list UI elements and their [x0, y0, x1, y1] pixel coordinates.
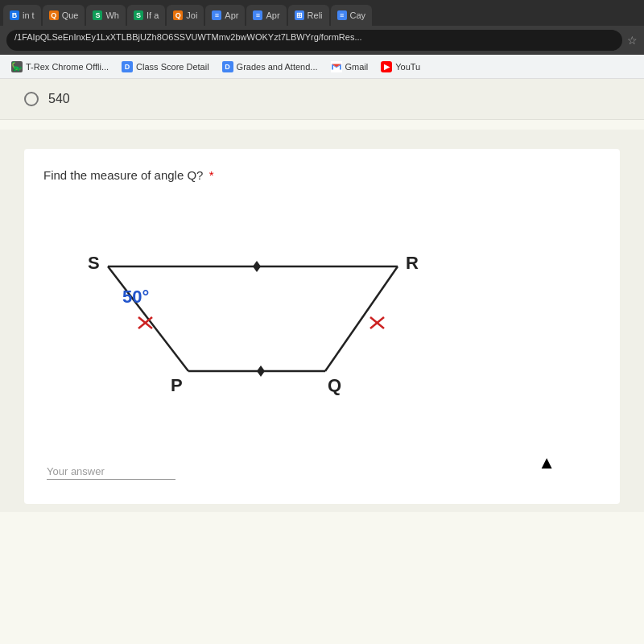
page-content: 540 Find the measure of angle Q? * — [0, 79, 644, 644]
tab-6[interactable]: ≡ Apr — [205, 5, 245, 26]
label-angle: 50° — [122, 287, 149, 307]
tab-icon-2: Q — [49, 10, 59, 20]
label-P: P — [171, 375, 183, 395]
bookmark-favicon-grades: D — [222, 61, 233, 72]
bookmark-favicon-trex: 🦕 — [11, 61, 23, 72]
question-section: Find the measure of angle Q? * — [0, 130, 644, 512]
answer-option-section: 540 — [0, 79, 644, 120]
tab-label-2: Que — [62, 10, 79, 20]
bookmark-grades[interactable]: D Grades and Attend... — [217, 60, 323, 74]
browser-chrome: B in t Q Que S Wh S If a Q Joi ≡ Apr ≡ A… — [0, 0, 644, 79]
tab-icon-6: ≡ — [212, 10, 221, 20]
bookmark-label-trex: T-Rex Chrome Offli... — [26, 62, 109, 72]
option-text-540: 540 — [48, 92, 70, 106]
tab-label-9: Cay — [350, 10, 366, 20]
address-bar: /1FAIpQLSeEnInxEy1LxXTLBBjUZh8O6SSVUWTMm… — [0, 26, 644, 55]
svg-line-4 — [108, 266, 188, 371]
bookmark-favicon-class: D — [122, 61, 133, 72]
tab-icon-1: B — [10, 10, 19, 20]
tab-label-8: Reli — [308, 10, 323, 20]
tab-icon-5: Q — [173, 10, 183, 20]
tab-3[interactable]: S Wh — [86, 5, 126, 26]
url-bar[interactable]: /1FAIpQLSeEnInxEy1LxXTLBBjUZh8O6SSVUWTMm… — [6, 30, 622, 51]
label-Q: Q — [328, 375, 341, 395]
tab-label-1: in t — [23, 10, 35, 20]
bookmark-trex[interactable]: 🦕 T-Rex Chrome Offli... — [6, 60, 114, 74]
tab-label-4: If a — [147, 10, 159, 20]
tab-5[interactable]: Q Joi — [167, 5, 204, 26]
required-marker: * — [209, 168, 214, 182]
geometry-diagram: S R P Q 50° — [52, 198, 470, 440]
bookmark-gmail[interactable]: Gmail — [326, 60, 374, 74]
tab-bar: B in t Q Que S Wh S If a Q Joi ≡ Apr ≡ A… — [0, 0, 644, 26]
svg-marker-6 — [257, 365, 265, 377]
answer-input-section: Your answer — [43, 464, 601, 480]
tab-1[interactable]: B in t — [3, 5, 41, 26]
tab-label-7: Apr — [266, 10, 279, 20]
bookmark-youtube[interactable]: ▶ YouTu — [376, 60, 425, 74]
answer-input-placeholder[interactable]: Your answer — [47, 465, 175, 480]
question-text: Find the measure of angle Q? * — [43, 168, 601, 182]
question-label: Find the measure of angle Q? — [43, 168, 203, 182]
tab-icon-9: ≡ — [337, 10, 347, 20]
tab-4[interactable]: S If a — [127, 5, 165, 26]
svg-line-2 — [325, 266, 398, 371]
radio-option-540[interactable]: 540 — [24, 92, 620, 106]
tab-icon-4: S — [134, 10, 143, 20]
tab-8[interactable]: ⊞ Reli — [288, 5, 329, 26]
bookmark-label-gmail: Gmail — [345, 62, 369, 72]
svg-marker-5 — [253, 261, 261, 272]
bookmark-class-score[interactable]: D Class Score Detail — [117, 60, 213, 74]
tab-9[interactable]: ≡ Cay — [331, 5, 373, 26]
bookmark-label-grades: Grades and Attend... — [237, 62, 318, 72]
tab-icon-8: ⊞ — [295, 10, 304, 20]
tab-7[interactable]: ≡ Apr — [246, 5, 286, 26]
tab-label-6: Apr — [225, 10, 238, 20]
bookmark-label-class: Class Score Detail — [136, 62, 208, 72]
tab-icon-7: ≡ — [253, 10, 262, 20]
bookmarks-bar: 🦕 T-Rex Chrome Offli... D Class Score De… — [0, 55, 644, 79]
bookmark-label-youtube: YouTu — [395, 62, 420, 72]
diagram-container: S R P Q 50° — [43, 198, 601, 440]
tab-label-5: Joi — [186, 10, 197, 20]
tab-label-3: Wh — [105, 10, 119, 20]
radio-circle-540[interactable] — [24, 92, 39, 106]
tab-2[interactable]: Q Que — [43, 5, 85, 26]
label-S: S — [88, 253, 100, 273]
tab-icon-3: S — [93, 10, 102, 20]
bookmark-favicon-youtube: ▶ — [381, 61, 392, 72]
bookmark-favicon-gmail — [331, 61, 342, 72]
label-R: R — [406, 253, 419, 273]
bookmark-star-icon[interactable]: ☆ — [627, 34, 638, 47]
